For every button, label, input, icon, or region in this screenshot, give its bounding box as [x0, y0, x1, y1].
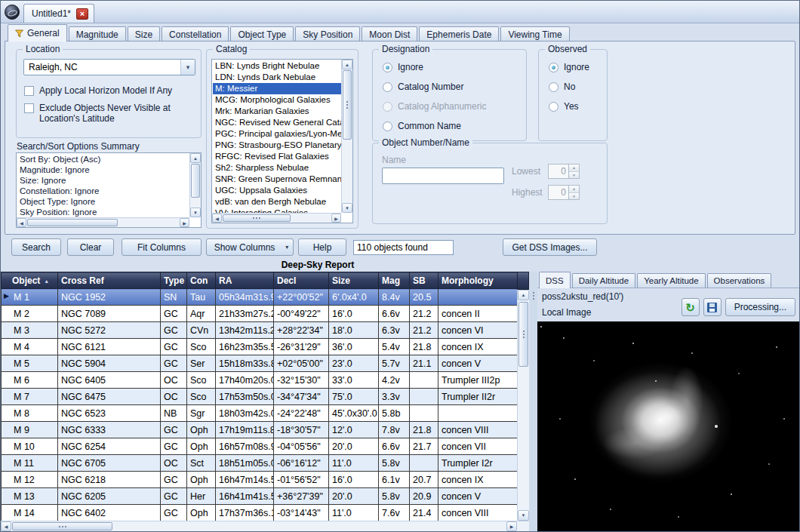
scroll-left-icon[interactable]: ◀ — [17, 218, 26, 227]
processing-button[interactable]: Processing... — [725, 298, 795, 316]
table-row[interactable]: M 10NGC 6254GCOph16h57m08s.9-04°05'56"20… — [2, 438, 518, 455]
catalog-item[interactable]: PNG: Strasbourg-ESO Planetary Nel — [213, 140, 341, 151]
tab-object-type[interactable]: Object Type — [230, 26, 294, 42]
table-row[interactable]: M 13NGC 6205GCHer16h41m41s.5+36°27'39"20… — [2, 488, 518, 505]
tab-observations[interactable]: Observations — [707, 273, 772, 288]
highest-spinner[interactable]: 0 ▲ ▼ — [548, 185, 580, 200]
location-select[interactable]: Raleigh, NC ▾ — [23, 59, 195, 75]
checkbox-apply[interactable]: Apply Local Horizon Model If Any — [24, 85, 195, 96]
chevron-down-icon[interactable]: ▾ — [180, 60, 195, 75]
spin-up-icon[interactable]: ▲ — [569, 165, 579, 172]
tab-viewing-time[interactable]: Viewing Time — [500, 26, 569, 42]
tab-dss[interactable]: DSS — [539, 272, 571, 288]
tab-ephemeris-date[interactable]: Ephemeris Date — [419, 26, 499, 42]
catalog-item[interactable]: MCG: Morphological Galaxies — [213, 94, 341, 106]
column-header-type[interactable]: Type — [161, 272, 187, 289]
radio-ignore[interactable]: Ignore — [549, 62, 589, 72]
column-header-sb[interactable]: SB — [410, 272, 438, 289]
scrollbar-thumb[interactable] — [223, 214, 291, 222]
tab-moon-dist[interactable]: Moon Dist — [362, 26, 417, 42]
scrollbar-thumb[interactable] — [518, 302, 528, 367]
column-header-cross-ref[interactable]: Cross Ref — [58, 272, 161, 289]
summary-vertical-scrollbar[interactable]: ▲ ▼ — [189, 153, 201, 217]
scrollbar-thumb[interactable] — [27, 219, 118, 226]
lowest-spinner[interactable]: 0 ▲ ▼ — [548, 164, 580, 179]
tab-general[interactable]: General — [8, 24, 67, 42]
table-row[interactable]: ▶M 1NGC 1952SNTau05h34m31s.9+22°00'52"6'… — [2, 289, 518, 306]
scroll-right-icon[interactable]: ▶ — [331, 214, 341, 223]
scrollbar-thumb[interactable] — [12, 522, 112, 530]
table-row[interactable]: M 8NGC 6523NBSgr18h03m42s.0-24°22'48"45'… — [2, 405, 518, 422]
scroll-up-icon[interactable]: ▲ — [190, 153, 201, 163]
scroll-left-icon[interactable]: ◀ — [1, 521, 11, 531]
tab-sky-position[interactable]: Sky Position — [295, 26, 360, 42]
tab-magnitude[interactable]: Magnitude — [69, 26, 126, 42]
column-header-object[interactable]: Object▲ — [2, 272, 58, 289]
tab-size[interactable]: Size — [128, 26, 160, 42]
scroll-left-icon[interactable]: ◀ — [212, 214, 222, 223]
scroll-right-icon[interactable]: ▶ — [506, 521, 517, 531]
table-row[interactable]: M 14NGC 6402GCOph17h37m36s.1-03°14'43"11… — [2, 505, 518, 521]
column-header-decl[interactable]: Decl — [274, 272, 329, 289]
radio-ignore[interactable]: Ignore — [383, 62, 486, 72]
scroll-down-icon[interactable]: ▼ — [518, 510, 529, 521]
table-row[interactable]: M 9NGC 6333GCOph17h19m11s.8-18°30'57"12'… — [2, 422, 518, 438]
scroll-down-icon[interactable]: ▼ — [342, 203, 352, 213]
catalog-item[interactable]: M: Messier — [213, 83, 341, 94]
scroll-up-icon[interactable]: ▲ — [518, 290, 529, 300]
table-row[interactable]: M 11NGC 6705OCSct18h51m05s.0-06°16'12"11… — [2, 455, 518, 472]
catalog-item[interactable]: RFGC: Revised Flat Galaxies — [213, 151, 341, 162]
scrollbar-thumb[interactable] — [191, 164, 200, 198]
get-dss-images-button[interactable]: Get DSS Images... — [503, 238, 597, 256]
catalog-item[interactable]: VV: Interacting Galaxies — [213, 208, 341, 213]
catalog-item[interactable]: SNR: Green Supernova Remnants — [213, 174, 341, 185]
fit-columns-button[interactable]: Fit Columns — [122, 238, 202, 256]
scroll-down-icon[interactable]: ▼ — [190, 208, 201, 217]
column-header-size[interactable]: Size — [329, 272, 379, 289]
summary-horizontal-scrollbar[interactable]: ◀ ▶ — [17, 217, 189, 227]
tab-daily-altitude[interactable]: Daily Altitude — [572, 273, 635, 288]
scroll-right-icon[interactable]: ▶ — [180, 218, 189, 227]
tab-constellation[interactable]: Constellation — [162, 26, 229, 42]
table-row[interactable]: M 2NGC 7089GCAqr21h33m27s.2-00°49'22"16'… — [2, 306, 518, 322]
spin-up-icon[interactable]: ▲ — [569, 186, 579, 193]
summary-listbox[interactable]: Sort By: Object (Asc)Magnitude: IgnoreSi… — [16, 152, 202, 228]
spin-down-icon[interactable]: ▼ — [569, 193, 579, 200]
table-row[interactable]: M 3NGC 5272GCCVn13h42m11s.2+28°22'34"18'… — [2, 322, 518, 339]
catalog-item[interactable]: Mrk: Markarian Galaxies — [213, 106, 341, 117]
catalog-item[interactable]: vdB: van den Bergh Nebulae — [213, 196, 341, 208]
table-vertical-scrollbar[interactable]: ▲ ▼ — [517, 290, 529, 521]
checkbox-exclude[interactable]: Exclude Objects Never Visible at Locatio… — [24, 103, 195, 124]
save-button[interactable] — [703, 298, 722, 316]
app-logo-icon[interactable] — [5, 5, 20, 20]
table-row[interactable]: M 4NGC 6121GCSco16h23m35s.5-26°31'29"36'… — [2, 339, 518, 355]
column-header-mag[interactable]: Mag — [379, 272, 410, 289]
table-horizontal-scrollbar[interactable]: ◀ ▶ — [1, 521, 529, 531]
document-tab[interactable]: Untitled1* × — [23, 4, 94, 23]
search-button[interactable]: Search — [11, 238, 61, 256]
name-input[interactable] — [382, 168, 504, 184]
catalog-item[interactable]: NGC: Revised New General Catalog — [213, 117, 341, 128]
scroll-up-icon[interactable]: ▲ — [342, 60, 352, 69]
clear-button[interactable]: Clear — [67, 238, 114, 256]
spin-down-icon[interactable]: ▼ — [569, 172, 579, 179]
radio-yes[interactable]: Yes — [549, 101, 589, 112]
catalog-vertical-scrollbar[interactable]: ▲ ▼ — [341, 60, 352, 213]
table-row[interactable]: M 7NGC 6475OCSco17h53m50s.0-34°47'34"75'… — [2, 389, 518, 405]
table-row[interactable]: M 5NGC 5904GCSer15h18m33s.8+02°05'00"23'… — [2, 355, 518, 372]
table-row[interactable]: M 12NGC 6218GCOph16h47m14s.5-01°56'52"16… — [2, 472, 518, 488]
catalog-item[interactable]: LBN: Lynds Bright Nebulae — [213, 60, 341, 72]
column-header-ra[interactable]: RA — [216, 272, 274, 289]
catalog-item[interactable]: UGC: Uppsala Galaxies — [213, 185, 341, 196]
table-row[interactable]: M 6NGC 6405OCSco17h40m20s.0-32°15'30"33'… — [2, 372, 518, 389]
refresh-button[interactable]: ↻ — [682, 298, 700, 316]
column-header-morphology[interactable]: Morphology — [438, 272, 518, 289]
radio-catalog-number[interactable]: Catalog Number — [383, 81, 486, 92]
radio-common-name[interactable]: Common Name — [383, 121, 486, 131]
results-count-field[interactable] — [353, 240, 454, 255]
panel-splitter[interactable] — [529, 272, 537, 531]
radio-no[interactable]: No — [549, 81, 589, 92]
show-columns-button[interactable]: Show Columns ▾ — [206, 238, 294, 256]
catalog-item[interactable]: Sh2: Sharpless Nebulae — [213, 162, 341, 174]
close-icon[interactable]: × — [76, 8, 88, 20]
